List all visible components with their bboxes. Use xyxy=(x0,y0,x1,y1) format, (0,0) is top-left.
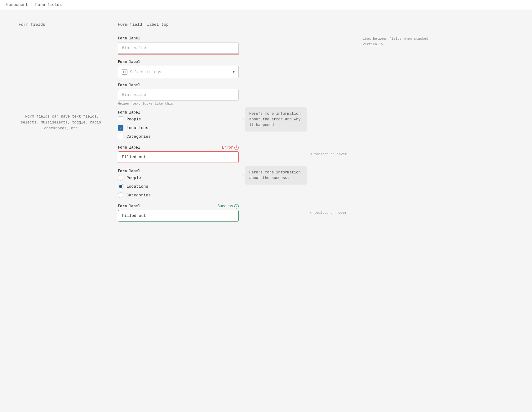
select-icon-2 xyxy=(122,69,127,75)
tooltip-success-6: Here's more information about the succes… xyxy=(245,166,307,185)
form-group-4: Form label People ✓ Locations Categories xyxy=(118,110,335,139)
form-group-6: Form label People Locations Categories xyxy=(118,169,335,198)
error-status-5: Error ! xyxy=(222,146,239,150)
form-group-2: Form label Select things ▼ xyxy=(118,60,335,78)
checkbox-box-categories[interactable] xyxy=(118,134,123,139)
left-panel: Form fields Form fields can have text fi… xyxy=(19,22,105,397)
section-title: Form field, label top xyxy=(118,22,335,27)
form-label-7: Form label xyxy=(118,204,140,208)
error-status-text-5: Error xyxy=(222,146,233,150)
tooltip-on-hover-label-5: < tooltop on hover xyxy=(310,152,347,156)
text-input-1[interactable] xyxy=(118,42,239,54)
title-bar: Component - Form fields xyxy=(0,0,532,10)
sidebar-description: Form fields can have text fields, select… xyxy=(19,114,105,132)
right-panel: Form field, label top Form label 16px be… xyxy=(118,22,335,397)
tooltip-on-hover-label-7: < tooltop on hover xyxy=(310,211,347,215)
form-label-5: Form label xyxy=(118,146,140,150)
radio-circle-categories[interactable] xyxy=(118,192,123,198)
form-label-3: Form label xyxy=(118,83,140,87)
text-input-5[interactable] xyxy=(118,151,239,163)
check-icon: ✓ xyxy=(120,126,122,130)
radio-label-categories: Categories xyxy=(126,193,151,198)
radio-label-people: People xyxy=(126,176,141,180)
success-icon-7: ✓ xyxy=(234,204,239,208)
select-icon-inner xyxy=(123,71,126,73)
text-input-7[interactable] xyxy=(118,210,239,222)
form-label-2: Form label xyxy=(118,60,140,64)
radio-dot-locations xyxy=(119,185,122,188)
sidebar-main-label: Form fields xyxy=(19,22,105,27)
select-placeholder-2: Select things xyxy=(130,70,161,74)
stack-note: 16px between fields when stacked vertica… xyxy=(363,36,440,47)
tooltip-error-4: Here's more information about the error … xyxy=(245,107,307,132)
select-field-2[interactable]: Select things ▼ xyxy=(118,66,239,78)
form-group-5: Form label Error ! < tooltop on hover xyxy=(118,146,335,163)
form-group-1: Form label 16px between fields when stac… xyxy=(118,36,335,55)
window-title: Component - Form fields xyxy=(6,2,62,7)
radio-circle-locations[interactable] xyxy=(118,184,123,189)
error-icon-5: ! xyxy=(234,146,239,150)
form-group-7: Form label Success ✓ < tooltop on hover xyxy=(118,204,335,222)
success-status-7: Success ✓ xyxy=(218,204,239,208)
checkbox-item-categories[interactable]: Categories xyxy=(118,134,335,139)
select-wrapper-2[interactable]: Select things ▼ xyxy=(118,66,239,78)
form-label-1: Form label xyxy=(118,36,140,41)
tooltip-error-text: Here's more information about the error … xyxy=(249,112,301,127)
form-group-3: Form label Helper text looks like this xyxy=(118,83,335,105)
helper-text-3: Helper text looks like this xyxy=(118,102,335,105)
checkbox-label-categories: Categories xyxy=(126,134,151,139)
radio-circle-people[interactable] xyxy=(118,175,123,181)
form-label-6: Form label xyxy=(118,169,140,173)
form-label-4: Form label xyxy=(118,110,140,115)
text-input-3[interactable] xyxy=(118,89,239,101)
radio-item-categories[interactable]: Categories xyxy=(118,192,335,198)
success-status-text-7: Success xyxy=(218,204,233,208)
checkbox-box-people[interactable] xyxy=(118,116,123,122)
chevron-down-icon: ▼ xyxy=(233,70,235,74)
radio-label-locations: Locations xyxy=(126,184,148,189)
tooltip-success-text: Here's more information about the succes… xyxy=(249,170,301,180)
checkbox-box-locations[interactable]: ✓ xyxy=(118,125,123,131)
checkbox-label-people: People xyxy=(126,117,141,122)
checkbox-label-locations: Locations xyxy=(126,126,148,130)
